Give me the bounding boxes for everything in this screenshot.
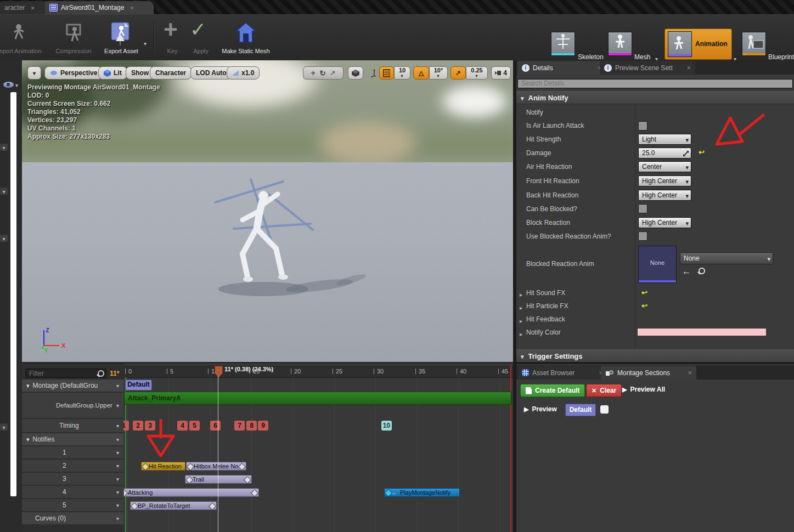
- expand-chevron[interactable]: [0, 188, 8, 195]
- section-default-tag[interactable]: Default: [125, 380, 152, 390]
- air-hit-reaction-dropdown[interactable]: Center: [638, 161, 691, 172]
- playhead-line[interactable]: [218, 376, 218, 532]
- is-air-launch-attack-checkbox[interactable]: [638, 121, 647, 131]
- tab-details[interactable]: i Details: [517, 61, 606, 75]
- import-animation-button[interactable]: Import Animation: [0, 19, 45, 55]
- details-search[interactable]: [517, 78, 793, 88]
- track-options-caret[interactable]: [116, 449, 119, 456]
- close-icon[interactable]: [686, 64, 691, 72]
- timing-marker-3[interactable]: 3: [145, 421, 155, 431]
- tab-character[interactable]: aracter: [0, 1, 50, 14]
- track-filter-input[interactable]: [25, 369, 106, 378]
- hit-sound-fx-expander[interactable]: [520, 289, 523, 299]
- hit-sound-fx-reset-icon[interactable]: [641, 287, 647, 297]
- notify-trail[interactable]: Trail: [185, 475, 252, 484]
- grid-snap-value[interactable]: 10: [394, 66, 410, 80]
- notify-hitbox-melee[interactable]: Hitbox Melee No: [186, 462, 246, 471]
- mode-animation[interactable]: Animation: [665, 29, 732, 60]
- apply-button[interactable]: ✓ Apply: [178, 19, 224, 55]
- clear-button[interactable]: Clear: [586, 384, 622, 397]
- notify-color-expander[interactable]: [520, 329, 523, 338]
- track-options-caret[interactable]: [116, 475, 119, 483]
- blocked-anim-thumbnail[interactable]: None: [638, 246, 677, 283]
- notify-attacking[interactable]: Attacking: [123, 488, 259, 497]
- track-options-caret[interactable]: [116, 488, 119, 496]
- notify-handle[interactable]: [131, 502, 138, 510]
- compression-button[interactable]: Compression: [47, 19, 100, 55]
- tab-preview-scene-settings[interactable]: i Preview Scene Sett: [600, 61, 695, 75]
- trigger-settings-section-header[interactable]: Trigger Settings: [516, 349, 794, 363]
- track-row-2[interactable]: 2: [22, 460, 123, 472]
- character-button[interactable]: Character: [150, 66, 192, 80]
- preview-all-button[interactable]: Preview All: [622, 386, 665, 393]
- close-icon[interactable]: [31, 4, 35, 12]
- close-icon[interactable]: [688, 369, 692, 377]
- notify-hit-reaction[interactable]: Hit Reaction: [141, 462, 185, 471]
- tab-airsword01-montage[interactable]: AirSword01_Montage: [45, 1, 154, 14]
- search-details-input[interactable]: [517, 79, 793, 88]
- timing-marker-7[interactable]: 7: [234, 421, 245, 431]
- timing-marker-5[interactable]: 5: [189, 421, 200, 431]
- details-column-divider[interactable]: [635, 104, 635, 347]
- scale-snap-value[interactable]: 0.25: [466, 66, 488, 80]
- expand-chevron[interactable]: [0, 423, 8, 431]
- notify-color-swatch[interactable]: [638, 329, 766, 336]
- move-tool-icon[interactable]: +: [311, 69, 315, 77]
- montage-timeline[interactable]: 0 5 10 15 20 25 30 35 40 45 11* (0.38) (…: [123, 362, 513, 532]
- browse-to-asset-icon[interactable]: [699, 268, 705, 274]
- track-options-caret[interactable]: [116, 401, 119, 409]
- hit-strength-dropdown[interactable]: Light: [638, 134, 691, 145]
- vertical-scrollbar[interactable]: [10, 92, 16, 496]
- hit-particle-fx-expander[interactable]: [520, 302, 523, 312]
- section-loop-checkbox[interactable]: [600, 405, 609, 414]
- scale-tool-icon[interactable]: ↗: [330, 69, 336, 77]
- track-options-caret[interactable]: [116, 382, 119, 389]
- timing-marker-9[interactable]: 9: [258, 421, 268, 431]
- notify-handle[interactable]: [187, 463, 194, 471]
- damage-reset-icon[interactable]: [699, 147, 705, 157]
- use-selected-asset-icon[interactable]: [682, 267, 691, 276]
- viewport[interactable]: Perspective Lit Show Character LOD Auto …: [22, 60, 513, 362]
- track-options-caret[interactable]: [116, 501, 119, 509]
- mode-skeleton[interactable]: [551, 32, 575, 56]
- block-reaction-dropdown[interactable]: High Center: [638, 217, 691, 228]
- rotate-tool-icon[interactable]: ↻: [320, 69, 326, 77]
- timing-marker-6[interactable]: 6: [210, 421, 221, 431]
- rotation-snap-value[interactable]: 10°: [429, 66, 448, 80]
- viewport-options-button[interactable]: [27, 66, 41, 80]
- track-row-notifies[interactable]: Notifies: [22, 433, 123, 445]
- notify-handle[interactable]: [244, 476, 251, 484]
- use-blocked-reaction-anim-checkbox[interactable]: [638, 231, 647, 241]
- tab-montage-sections[interactable]: Montage Sections: [601, 366, 696, 380]
- track-options-caret[interactable]: [116, 514, 119, 522]
- notify-handle[interactable]: [251, 489, 258, 497]
- timing-marker-2[interactable]: 2: [133, 421, 143, 431]
- track-row-4[interactable]: 4: [22, 486, 123, 498]
- track-options-caret[interactable]: [116, 462, 119, 469]
- track-row-timing[interactable]: Timing: [22, 419, 123, 432]
- timing-marker-8[interactable]: 8: [246, 421, 257, 431]
- blocked-anim-dropdown[interactable]: None: [680, 252, 773, 264]
- notify-bp-rotate-to-target[interactable]: BP_RotateToTarget: [130, 501, 217, 510]
- create-default-button[interactable]: Create Default: [520, 384, 585, 397]
- hit-particle-fx-reset-icon[interactable]: [641, 301, 647, 310]
- track-options-caret[interactable]: [116, 435, 119, 443]
- timing-marker-10[interactable]: 10: [381, 421, 392, 431]
- playback-speed-button[interactable]: x1.0: [227, 66, 260, 80]
- export-asset-button[interactable]: Export Asset: [95, 19, 148, 55]
- track-options-caret[interactable]: [116, 422, 119, 429]
- coordinate-space-button[interactable]: [348, 66, 363, 80]
- back-hit-reaction-dropdown[interactable]: High Center: [638, 190, 691, 201]
- mode-blueprint[interactable]: [742, 32, 766, 56]
- track-row-1[interactable]: 1: [22, 446, 123, 459]
- scale-snap-toggle[interactable]: ↗: [451, 66, 466, 80]
- track-row-defaultgroup-upper[interactable]: DefaultGroup.Upper: [22, 393, 123, 418]
- hit-feedback-expander[interactable]: [520, 315, 523, 325]
- lit-button[interactable]: Lit: [98, 66, 127, 80]
- notify-handle[interactable]: [209, 502, 216, 510]
- grid-axis-icon[interactable]: [367, 66, 379, 80]
- timing-marker-4[interactable]: 4: [177, 421, 188, 431]
- preview-button[interactable]: Preview: [524, 405, 557, 413]
- slot-attack-primary-bar[interactable]: Attack_PrimaryA: [124, 392, 511, 405]
- expand-chevron[interactable]: [0, 235, 8, 242]
